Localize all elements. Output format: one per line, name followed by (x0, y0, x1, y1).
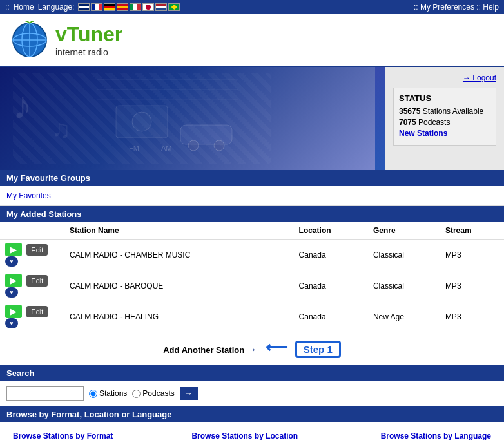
play-button-2[interactable]: ▶ (5, 305, 22, 318)
big-arrow-icon: ⟵ (266, 339, 287, 357)
svg-text:♫: ♫ (52, 115, 71, 144)
flag-de[interactable] (104, 3, 115, 11)
row-actions-2: ▶ Edit (0, 301, 64, 332)
edit-button-1[interactable]: Edit (26, 275, 48, 287)
brand-tuner: Tuner (67, 23, 123, 46)
new-stations-link[interactable]: New Stations (399, 129, 447, 138)
row-actions-1: ▶ Edit (0, 270, 64, 301)
language-label: Language: (38, 3, 75, 12)
svg-text:AM: AM (161, 144, 172, 152)
search-header: Search (0, 365, 504, 381)
podcasts-row: 7075 Podcasts (399, 118, 490, 127)
podcasts-radio[interactable] (132, 390, 141, 398)
nav-separator3: :: (476, 3, 483, 12)
station-name-1: CALM RADIO - BAROQUE (64, 270, 294, 301)
station-name-2: CALM RADIO - HEALING (64, 301, 294, 332)
language-flags (78, 3, 180, 11)
add-station-label: Add Another Station (163, 345, 244, 355)
browse-stations-language-link[interactable]: Browse Stations by Language (381, 431, 491, 440)
station-stream-0: MP3 (440, 240, 504, 270)
my-favorites-link[interactable]: My Favorites (6, 191, 51, 200)
browse-stations-format-link[interactable]: Browse Stations by Format (13, 431, 113, 440)
station-genre-0: Classical (368, 240, 440, 270)
added-stations-header: My Added Stations (0, 206, 504, 222)
browse-stations-location-link[interactable]: Browse Stations by Location (191, 431, 298, 440)
add-station-link[interactable]: Add Another Station → (163, 345, 259, 355)
browse-location-cell: Browse Stations by Location (164, 429, 327, 443)
stations-table: Station Name Location Genre Stream ▶ Edi… (0, 222, 504, 332)
banner-status-panel: → Logout STATUS 35675 Stations Available… (385, 67, 504, 170)
svg-point-19 (188, 140, 199, 151)
fav-groups-header: My Favourite Groups (0, 170, 504, 186)
stations-radio-label: Stations (99, 389, 127, 398)
podcasts-radio-label: Podcasts (142, 389, 174, 398)
flag-es[interactable] (117, 3, 128, 11)
table-row: ▶ Edit CALM RADIO - HEALING Canada New A… (0, 301, 504, 332)
added-stations-section: Station Name Location Genre Stream ▶ Edi… (0, 222, 504, 365)
search-go-button[interactable]: → (180, 387, 198, 400)
svg-text:♪: ♪ (13, 84, 32, 127)
station-name-0: CALM RADIO - CHAMBER MUSIC (64, 240, 294, 270)
brand-subtitle: internet radio (55, 47, 122, 58)
top-navigation: :: Home Language: :: My Preferences :: H… (0, 0, 504, 14)
flag-nl[interactable] (155, 3, 167, 11)
stations-radio[interactable] (89, 390, 97, 398)
logout-link[interactable]: → Logout (463, 73, 496, 82)
table-row: ▶ Edit CALM RADIO - BAROQUE Canada Class… (0, 270, 504, 301)
svg-rect-18 (180, 125, 232, 144)
logout-container: → Logout (393, 73, 496, 82)
browse-section: Browse Stations by Format Browse Station… (0, 422, 504, 445)
table-row: ▶ Edit CALM RADIO - CHAMBER MUSIC Canada… (0, 240, 504, 270)
browse-links-table: Browse Stations by Format Browse Station… (6, 428, 498, 445)
browse-format-cell: Browse Stations by Format (8, 429, 162, 443)
new-stations-row: New Stations (399, 129, 490, 138)
banner-background: ♪ ♫ FM AM (0, 67, 375, 170)
podcasts-radio-option: Podcasts (132, 389, 174, 398)
play-button-0[interactable]: ▶ (5, 243, 22, 256)
search-section: Stations Podcasts → (0, 381, 504, 406)
row-actions-0: ▶ Edit (0, 240, 64, 270)
stations-available-row: 35675 Stations Available (399, 107, 490, 116)
flag-uk[interactable] (78, 3, 90, 11)
fav-icon-1 (5, 287, 18, 298)
nav-separator: :: (5, 3, 10, 12)
svg-point-20 (214, 140, 224, 151)
nav-separator2: :: (414, 3, 418, 12)
station-location-1: Canada (294, 270, 368, 301)
status-box: STATUS 35675 Stations Available 7075 Pod… (393, 88, 496, 146)
help-link[interactable]: Help (483, 3, 499, 12)
preferences-link[interactable]: My Preferences (420, 3, 474, 12)
station-location-0: Canada (294, 240, 368, 270)
station-genre-1: Classical (368, 270, 440, 301)
browse-language-cell: Browse Stations by Language (327, 429, 496, 443)
flag-fr[interactable] (91, 3, 102, 11)
play-button-1[interactable]: ▶ (5, 274, 22, 287)
add-station-row: Add Another Station → ⟵ Step 1 (0, 332, 504, 365)
svg-point-15 (132, 112, 151, 131)
station-genre-2: New Age (368, 301, 440, 332)
edit-button-0[interactable]: Edit (26, 244, 48, 256)
col-header-genre: Genre (368, 222, 440, 240)
banner-art: ♪ ♫ FM AM (0, 67, 245, 157)
flag-br[interactable] (168, 3, 180, 11)
logo-text: vTuner internet radio (55, 22, 122, 57)
fav-icon-2 (5, 318, 18, 328)
edit-button-2[interactable]: Edit (26, 306, 48, 317)
flag-jp[interactable] (142, 3, 154, 11)
flag-it[interactable] (130, 3, 141, 11)
col-header-location: Location (294, 222, 368, 240)
station-location-2: Canada (294, 301, 368, 332)
col-header-station-name: Station Name (64, 222, 294, 240)
add-station-arrow: → (247, 344, 257, 355)
stations-radio-option: Stations (89, 389, 127, 398)
logo-area: vTuner internet radio (0, 14, 504, 67)
fav-icon-0 (5, 256, 18, 267)
col-header-actions (0, 222, 64, 240)
station-stream-2: MP3 (440, 301, 504, 332)
search-input[interactable] (6, 386, 84, 401)
home-link[interactable]: Home (14, 3, 34, 12)
logo-globe-icon (10, 21, 49, 59)
nav-right: :: My Preferences :: Help (414, 3, 499, 12)
step1-badge: Step 1 (295, 341, 341, 358)
banner-area: ♪ ♫ FM AM → Logout STATUS 35675 Stations… (0, 67, 504, 170)
